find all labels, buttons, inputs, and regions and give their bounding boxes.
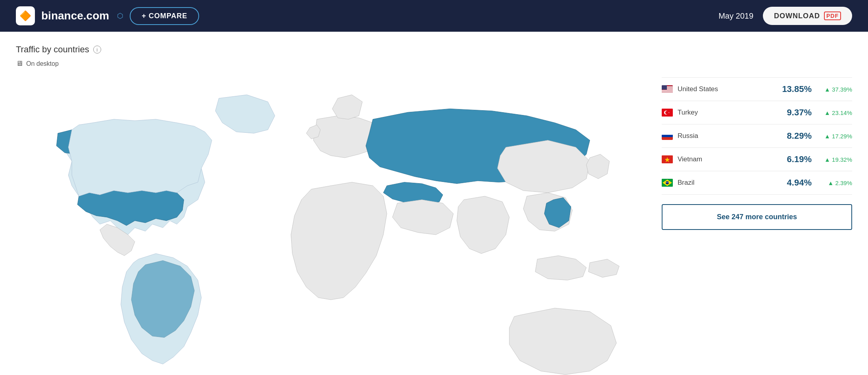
svg-point-9 xyxy=(666,181,669,184)
country-row: Vietnam 6.19% ▲ 19.32% xyxy=(662,148,852,171)
main-content: Traffic by countries i 🖥 On desktop xyxy=(0,32,868,375)
country-change: ▲ 37.39% xyxy=(816,86,852,93)
section-title: Traffic by countries i xyxy=(16,44,852,55)
country-change: ▲ 19.32% xyxy=(816,156,852,163)
country-pct: 13.85% xyxy=(776,84,812,94)
download-button[interactable]: DOWNLOAD PDF xyxy=(763,7,852,25)
compare-button[interactable]: + COMPARE xyxy=(130,7,199,25)
country-name: United States xyxy=(678,85,771,93)
country-pct: 6.19% xyxy=(776,154,812,165)
country-pct: 9.37% xyxy=(776,107,812,118)
flag-br xyxy=(662,179,673,187)
site-name: binance.com xyxy=(41,10,109,22)
see-more-countries-button[interactable]: See 247 more countries xyxy=(662,204,852,230)
country-change: ▲ 17.29% xyxy=(816,133,852,140)
svg-point-3 xyxy=(665,111,668,114)
flag-us xyxy=(662,85,673,93)
country-name: Russia xyxy=(678,132,771,140)
country-pct: 8.29% xyxy=(776,131,812,141)
country-change: ▲ 2.39% xyxy=(816,180,852,186)
external-link-icon[interactable]: ⬡ xyxy=(117,11,123,20)
country-row: Russia 8.29% ▲ 17.29% xyxy=(662,124,852,148)
desktop-filter: 🖥 On desktop xyxy=(16,59,852,68)
flag-vn xyxy=(662,155,673,163)
content-area: United States 13.85% ▲ 37.39% Turkey 9.3… xyxy=(16,77,852,375)
site-logo: 🔶 xyxy=(16,6,35,25)
country-list: United States 13.85% ▲ 37.39% Turkey 9.3… xyxy=(662,77,852,230)
country-name: Turkey xyxy=(678,109,771,117)
info-icon[interactable]: i xyxy=(93,46,101,54)
header: 🔶 binance.com ⬡ + COMPARE May 2019 DOWNL… xyxy=(0,0,868,32)
flag-tr xyxy=(662,109,673,117)
country-row: Brazil 4.94% ▲ 2.39% xyxy=(662,171,852,195)
country-change: ▲ 23.14% xyxy=(816,109,852,116)
country-row: United States 13.85% ▲ 37.39% xyxy=(662,77,852,101)
flag-ru xyxy=(662,132,673,140)
country-name: Vietnam xyxy=(678,155,771,163)
header-left: 🔶 binance.com ⬡ + COMPARE xyxy=(16,6,199,25)
monitor-icon: 🖥 xyxy=(16,59,23,68)
country-row: Turkey 9.37% ▲ 23.14% xyxy=(662,101,852,124)
pdf-icon: PDF xyxy=(824,11,841,20)
date-label: May 2019 xyxy=(718,11,753,21)
map-container xyxy=(16,77,646,375)
country-pct: 4.94% xyxy=(776,178,812,188)
header-right: May 2019 DOWNLOAD PDF xyxy=(718,7,852,25)
country-name: Brazil xyxy=(678,179,771,187)
